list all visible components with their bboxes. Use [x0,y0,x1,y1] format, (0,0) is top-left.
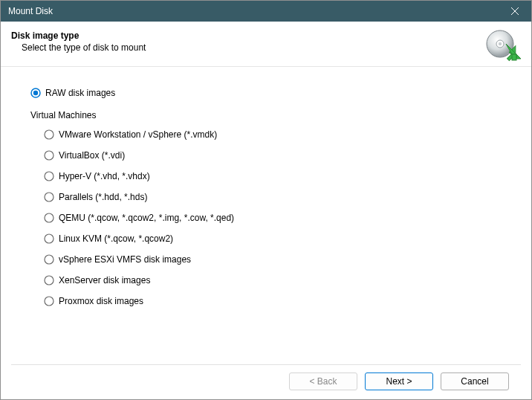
titlebar: Mount Disk [1,1,531,22]
back-button[interactable]: < Back [289,372,357,390]
close-button[interactable] [505,4,525,19]
radio-unselected-icon [44,213,54,223]
svg-point-20 [45,255,53,264]
option-virtualbox-label: VirtualBox (*.vdi) [59,150,125,161]
option-esxi[interactable]: vSphere ESXi VMFS disk images [44,254,502,265]
next-button[interactable]: Next > [365,372,433,390]
option-hyperv-label: Hyper-V (*.vhd, *.vhdx) [59,171,150,181]
svg-point-21 [45,276,53,285]
option-hyperv[interactable]: Hyper-V (*.vhd, *.vhdx) [44,171,502,181]
radio-unselected-icon [44,233,54,244]
header-text: Disk image type Select the type of disk … [11,29,146,53]
content-area: RAW disk images Virtual Machines VMware … [1,67,531,364]
option-kvm-label: Linux KVM (*.qcow, *.qcow2) [59,233,173,244]
option-esxi-label: vSphere ESXi VMFS disk images [59,254,191,265]
radio-unselected-icon [44,296,54,306]
svg-point-15 [45,151,53,160]
option-xenserver[interactable]: XenServer disk images [44,275,502,286]
option-virtualbox[interactable]: VirtualBox (*.vdi) [44,150,502,161]
radio-unselected-icon [44,254,54,265]
radio-unselected-icon [44,275,54,286]
option-vmware-label: VMware Workstation / vSphere (*.vmdk) [59,129,217,140]
option-raw[interactable]: RAW disk images [30,88,502,98]
window-title: Mount Disk [8,1,53,22]
radio-unselected-icon [44,171,54,181]
svg-point-4 [499,42,502,45]
option-raw-label: RAW disk images [45,88,115,98]
header-subtitle: Select the type of disk to mount [11,41,146,53]
vm-options-group: VMware Workstation / vSphere (*.vmdk) Vi… [30,129,502,306]
option-vmware[interactable]: VMware Workstation / vSphere (*.vmdk) [44,129,502,140]
svg-point-16 [45,172,53,181]
mount-disk-window: Mount Disk Disk image type Select the ty… [0,0,532,400]
radio-unselected-icon [44,129,54,140]
option-parallels[interactable]: Parallels (*.hdd, *.hds) [44,192,502,202]
svg-point-17 [45,193,53,201]
disk-mount-icon [482,29,521,62]
option-xenserver-label: XenServer disk images [59,275,150,286]
radio-unselected-icon [44,150,54,161]
header-title: Disk image type [11,30,146,41]
close-icon [511,7,519,15]
wizard-footer: < Back Next > Cancel [11,364,521,399]
svg-point-22 [45,297,53,306]
option-qemu[interactable]: QEMU (*.qcow, *.qcow2, *.img, *.cow, *.q… [44,213,502,223]
cancel-button[interactable]: Cancel [441,372,509,390]
wizard-header: Disk image type Select the type of disk … [1,22,531,67]
radio-selected-icon [30,88,41,98]
radio-unselected-icon [44,192,54,202]
svg-rect-11 [512,54,516,60]
svg-point-19 [45,234,53,243]
svg-point-13 [33,91,38,95]
section-virtual-machines: Virtual Machines [30,110,502,120]
option-kvm[interactable]: Linux KVM (*.qcow, *.qcow2) [44,233,502,244]
svg-point-14 [45,130,53,139]
option-proxmox-label: Proxmox disk images [59,296,143,306]
option-proxmox[interactable]: Proxmox disk images [44,296,502,306]
option-qemu-label: QEMU (*.qcow, *.qcow2, *.img, *.cow, *.q… [59,213,234,223]
svg-point-18 [45,213,53,222]
option-parallels-label: Parallels (*.hdd, *.hds) [59,192,147,202]
